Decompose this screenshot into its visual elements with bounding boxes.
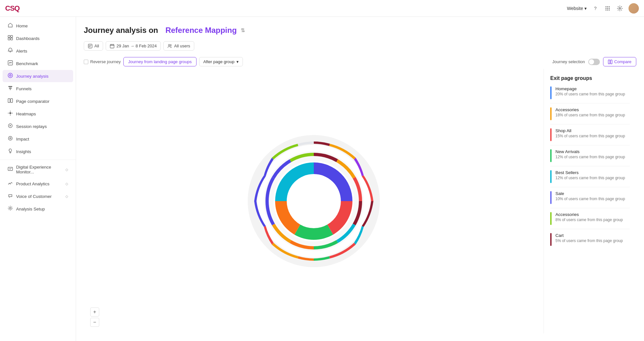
title-arrow-icon[interactable]: ⇅ (241, 27, 245, 34)
sidebar-item-label: Digital Experience Monitor... (16, 165, 62, 174)
exit-item[interactable]: Cart 5% of users came from this page gro… (550, 233, 630, 250)
exit-pct: 20% of users came from this page group (555, 92, 630, 96)
users-icon (168, 44, 172, 48)
exit-info: Shop All 15% of users came from this pag… (555, 128, 630, 141)
exit-pct: 10% of users came from this page group (555, 197, 630, 201)
content-area: Journey analysis on Reference Mapping ⇅ … (76, 17, 644, 341)
after-page-group-dropdown[interactable]: After page group ▾ (199, 57, 243, 66)
svg-point-7 (607, 9, 608, 10)
exit-item[interactable]: Accessories 8% of users came from this p… (550, 212, 630, 229)
sidebar-item-dashboards[interactable]: Dashboards (3, 32, 73, 44)
avatar[interactable] (629, 3, 639, 14)
exit-name: Best Sellers (555, 170, 630, 175)
svg-point-6 (606, 9, 607, 10)
voice-of-customer-icon (8, 193, 13, 200)
sidebar-item-journey-analysis[interactable]: Journey analysis (3, 70, 73, 82)
dashboards-icon (8, 35, 13, 42)
funnels-icon (8, 85, 13, 92)
sidebar-item-label: Heatmaps (16, 112, 68, 116)
svg-point-4 (607, 8, 608, 9)
exit-item[interactable]: Accessories 18% of users came from this … (550, 107, 630, 124)
journey-selection-toggle[interactable] (588, 59, 600, 65)
filter-icon (88, 44, 92, 48)
heatmaps-icon (8, 111, 13, 117)
zoom-in-button[interactable]: + (90, 307, 99, 317)
exit-item[interactable]: New Arrivals 12% of users came from this… (550, 149, 630, 166)
alerts-icon (8, 48, 13, 54)
sidebar-item-home[interactable]: Home (3, 20, 73, 32)
topbar-right: Website ▾ ? (567, 3, 639, 14)
topbar: CSQ Website ▾ ? (0, 0, 644, 17)
svg-point-22 (9, 112, 11, 114)
date-range-button[interactable]: 29 Jan → 8 Feb 2024 (106, 41, 161, 51)
product-analytics-icon (8, 180, 13, 187)
sidebar-item-funnels[interactable]: Funnels (3, 83, 73, 95)
help-icon[interactable]: ? (592, 5, 599, 12)
sidebar-divider (0, 160, 76, 160)
exit-info: Sale 10% of users came from this page gr… (555, 191, 630, 204)
sidebar-item-session-replays[interactable]: Session replays (3, 120, 73, 132)
sidebar-item-heatmaps[interactable]: Heatmaps (3, 108, 73, 120)
journey-analysis-icon (8, 73, 13, 79)
exit-color-bar (550, 170, 552, 183)
exit-pct: 8% of users came from this page group (555, 218, 630, 222)
exit-items-list: Homepage 20% of users came from this pag… (550, 86, 630, 250)
exit-item[interactable]: Best Sellers 12% of users came from this… (550, 170, 630, 187)
logo: CSQ (5, 4, 20, 13)
exit-color-bar (550, 212, 552, 225)
svg-rect-19 (10, 89, 11, 90)
svg-point-30 (168, 44, 170, 46)
sidebar-item-benchmark[interactable]: Benchmark (3, 57, 73, 70)
exit-color-bar (550, 233, 552, 246)
exit-name: Homepage (555, 86, 630, 91)
sidebar-item-analysis-setup[interactable]: Analysis Setup (3, 203, 73, 215)
exit-item[interactable]: Sale 10% of users came from this page gr… (550, 191, 630, 208)
svg-point-16 (10, 75, 11, 76)
voice-of-customer-badge: ◇ (65, 194, 68, 199)
website-selector[interactable]: Website ▾ (567, 6, 587, 11)
sidebar-item-page-comparator[interactable]: Page comparator (3, 95, 73, 107)
sidebar-item-label: Dashboards (16, 36, 68, 41)
exit-color-bar (550, 128, 552, 141)
sidebar-item-impact[interactable]: Impact (3, 133, 73, 145)
sidebar-item-digital-experience[interactable]: Digital Experience Monitor... ◇ (3, 162, 73, 177)
journey-selection-area: Journey selection Compare (552, 57, 636, 66)
sidebar-item-label: Page comparator (16, 99, 68, 104)
exit-item[interactable]: Shop All 15% of users came from this pag… (550, 128, 630, 145)
chart-container: + − (84, 69, 543, 333)
exit-name: Shop All (555, 128, 630, 133)
sidebar-item-voice-of-customer[interactable]: Voice of Customer ◇ (3, 190, 73, 202)
exit-name: Accessories (555, 212, 630, 217)
sidebar-item-label: Home (16, 24, 68, 28)
title-main-text: Journey analysis on (84, 26, 158, 35)
compare-button[interactable]: Compare (603, 57, 636, 66)
exit-pct: 12% of users came from this page group (555, 155, 630, 159)
zoom-out-button[interactable]: − (90, 318, 99, 327)
reverse-journey-checkbox[interactable]: Reverse journey (84, 59, 121, 64)
svg-point-5 (609, 8, 610, 9)
sidebar-item-product-analytics[interactable]: Product Analytics ◇ (3, 178, 73, 190)
all-filter-button[interactable]: All (84, 41, 103, 51)
exit-name: Accessories (555, 107, 630, 112)
svg-point-27 (10, 208, 11, 209)
users-filter-button[interactable]: All users (163, 41, 194, 51)
journey-from-button[interactable]: Journey from landing page groups (123, 57, 197, 66)
exit-item[interactable]: Homepage 20% of users came from this pag… (550, 86, 630, 103)
sidebar-item-label: Session replays (16, 124, 68, 129)
sidebar-item-insights[interactable]: Insights (3, 145, 73, 158)
page-title: Journey analysis on Reference Mapping ⇅ (84, 26, 636, 35)
grid-icon[interactable] (604, 5, 611, 12)
exit-color-bar (550, 191, 552, 204)
sidebar-item-label: Funnels (16, 86, 68, 91)
right-panel: Exit page groups Homepage 20% of users c… (543, 69, 636, 333)
svg-rect-17 (8, 86, 12, 87)
svg-rect-11 (8, 38, 10, 40)
sidebar-item-label: Journey analysis (16, 74, 68, 79)
viz-area: + − Exit page groups Homepage 20% of use… (84, 69, 636, 333)
toggle-knob (589, 59, 594, 64)
logo-text: CSQ (5, 4, 20, 13)
sidebar-item-alerts[interactable]: Alerts (3, 45, 73, 57)
exit-pct: 18% of users came from this page group (555, 113, 630, 117)
settings-icon[interactable] (616, 5, 623, 12)
sidebar-item-label: Insights (16, 149, 68, 154)
